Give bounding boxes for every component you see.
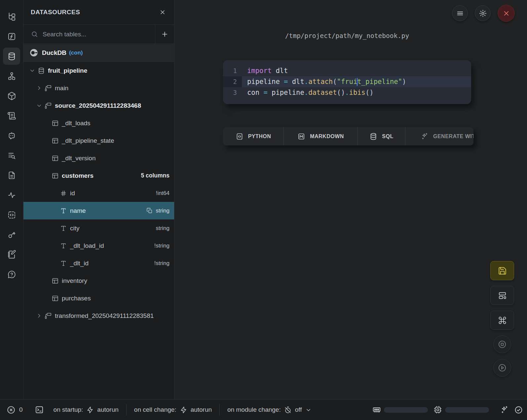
tree-row[interactable]: _dlt_load_id!string: [23, 237, 174, 254]
tree-item-label: customers: [62, 172, 94, 179]
tree-row[interactable]: _dlt_pipeline_state: [23, 132, 174, 149]
sidebar-item-file-text[interactable]: [3, 167, 20, 184]
code-cell[interactable]: 1import dlt2pipeline = dlt.attach("fruit…: [223, 60, 471, 104]
scroll-text-icon: [7, 111, 16, 120]
tree-row[interactable]: inventory: [23, 272, 174, 289]
sidebar-item-database[interactable]: [3, 48, 20, 65]
workflow-icon: [7, 72, 16, 81]
tree-row[interactable]: fruit_pipeline: [23, 62, 174, 79]
file-text-icon: [7, 171, 16, 180]
menu-button[interactable]: [452, 5, 468, 21]
sidebar-item-package[interactable]: [3, 87, 20, 104]
column-type: string: [156, 225, 169, 232]
memory-usage-track: [384, 407, 428, 413]
layout-button[interactable]: [490, 286, 514, 305]
tree-row[interactable]: main: [23, 79, 174, 97]
close-panel-button[interactable]: [159, 9, 166, 16]
code-token: (: [333, 78, 337, 86]
generate-with-ai-button[interactable]: GENERATE WIT: [405, 127, 473, 145]
search-tables-input[interactable]: [43, 31, 155, 38]
tree-row[interactable]: purchases: [23, 289, 174, 307]
add-python-cell-button[interactable]: PYTHON: [223, 127, 283, 145]
sidebar-item-code-block[interactable]: [3, 206, 20, 223]
code-token: .: [304, 89, 308, 96]
code-token: attach: [308, 78, 333, 86]
sidebar-item-notebook-pen[interactable]: [3, 246, 20, 263]
column-type: 5 columns: [141, 172, 169, 179]
settings-button[interactable]: [475, 5, 491, 21]
on-module-change-setting[interactable]: on module change:off: [219, 404, 319, 415]
tree-row[interactable]: customers5 columns: [23, 167, 174, 184]
sidebar-item-square-function[interactable]: [3, 28, 20, 45]
sidebar-item-bot[interactable]: [3, 127, 20, 144]
save-button[interactable]: [490, 261, 514, 280]
tree-item-label: city: [70, 225, 80, 232]
tree-row[interactable]: citystring: [23, 219, 174, 237]
tree-row[interactable]: _dlt_loads: [23, 114, 174, 132]
tree-item-meta: string: [146, 208, 169, 214]
sidebar-item-workflow[interactable]: [3, 67, 20, 85]
connection-row[interactable]: DuckDB (con): [23, 44, 174, 62]
tree-row[interactable]: id!int64: [23, 184, 174, 202]
sidebar-item-help-circle[interactable]: [3, 266, 20, 283]
keyboard-shortcuts-button[interactable]: [490, 311, 514, 330]
duckdb-logo: [29, 48, 38, 57]
schema-icon: [45, 85, 52, 92]
log-search-icon: [7, 151, 16, 160]
on-startup-setting[interactable]: on startup:autorun: [46, 404, 126, 415]
column-type: !string: [154, 260, 169, 267]
add-sql-cell-button[interactable]: SQL: [358, 127, 405, 145]
table-icon: [52, 120, 59, 127]
code-token: pipeline: [272, 89, 304, 96]
code-line: 1import dlt: [223, 65, 471, 76]
stop-button[interactable]: [493, 335, 511, 353]
code-tile-icon: [236, 133, 244, 140]
tree-item-label: source_202504291112283468: [55, 102, 141, 109]
connection-health-button[interactable]: [514, 405, 523, 414]
package-icon: [7, 92, 16, 100]
database-icon: [7, 52, 16, 61]
on-cell-change-setting[interactable]: on cell change:autorun: [126, 404, 219, 415]
sidebar-item-activity[interactable]: [3, 186, 20, 204]
tree-row[interactable]: source_202504291112283468: [23, 97, 174, 114]
terminal-button[interactable]: [35, 405, 44, 414]
tree-item-label: id: [70, 190, 75, 197]
sidebar-item-log-search[interactable]: [3, 147, 20, 164]
tree-row[interactable]: namestring: [23, 202, 174, 219]
tree-item-label: fruit_pipeline: [48, 67, 87, 74]
play-icon: [498, 363, 507, 372]
ai-assistant-button[interactable]: [500, 405, 509, 414]
zap-icon: [86, 406, 94, 414]
tree-row[interactable]: transformed_202504291112283581: [23, 307, 174, 325]
schema-icon: [45, 102, 52, 109]
copy-icon[interactable]: [146, 208, 153, 214]
tree-row[interactable]: _dlt_id!string: [23, 254, 174, 272]
code-token: dataset: [308, 89, 337, 96]
chevron-down-icon: [36, 102, 42, 109]
code-line: 2pipeline = dlt.attach("fruit_pipeline"): [223, 76, 471, 87]
cell-side-controls: [490, 261, 514, 382]
status-bar-right: [372, 405, 527, 414]
sidebar-item-file-tree[interactable]: [3, 8, 20, 25]
status-bar: 0 on startup:autorunon cell change:autor…: [0, 399, 527, 420]
command-icon: [498, 316, 507, 325]
search-row: [23, 25, 174, 44]
add-markdown-cell-button[interactable]: MARKDOWN: [283, 127, 358, 145]
run-button[interactable]: [493, 359, 511, 377]
line-number: 1: [223, 65, 242, 76]
code-token: [268, 89, 272, 96]
code-block-icon: [7, 210, 16, 219]
shutdown-button[interactable]: [498, 5, 515, 22]
add-datasource-button[interactable]: [155, 25, 174, 44]
table-icon: [52, 137, 59, 144]
error-count-button[interactable]: 0: [7, 405, 23, 414]
help-circle-icon: [7, 270, 16, 279]
sidebar-item-scroll-text[interactable]: [3, 107, 20, 124]
datasources-panel: DATASOURCES DuckDB (con) fruit_pipelinem…: [23, 0, 174, 399]
tree-item-label: _dlt_version: [62, 155, 95, 162]
code-token: ): [402, 78, 406, 86]
sidebar-item-key[interactable]: [3, 226, 20, 243]
setting-label: on cell change:: [134, 406, 176, 413]
tree-row[interactable]: _dlt_version: [23, 149, 174, 167]
panel-title: DATASOURCES: [31, 9, 80, 16]
